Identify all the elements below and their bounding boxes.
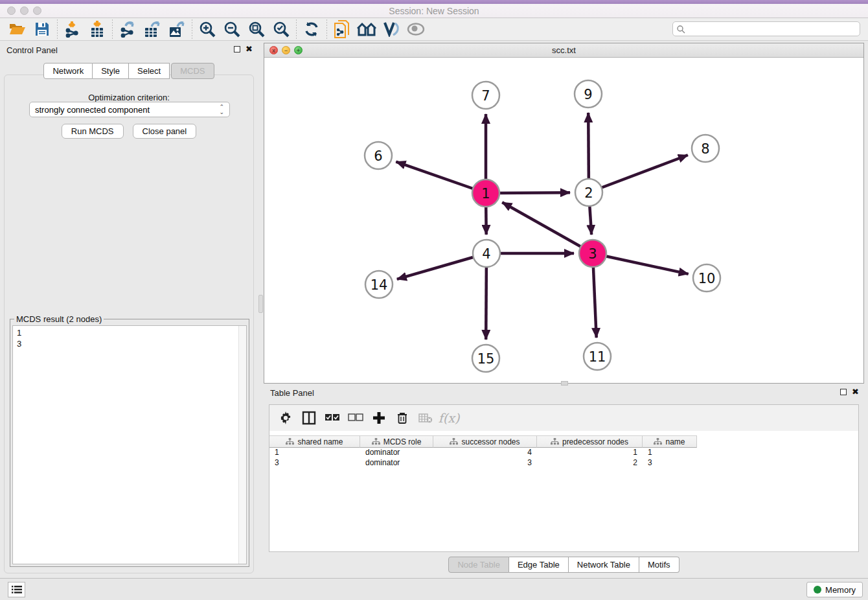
- tab-edge-table[interactable]: Edge Table: [509, 557, 569, 573]
- control-panel-title: Control Panel: [6, 45, 58, 55]
- run-mcds-button[interactable]: Run MCDS: [62, 124, 124, 139]
- eye-icon[interactable]: [404, 19, 428, 40]
- add-column-icon[interactable]: [369, 408, 389, 428]
- tab-node-table[interactable]: Node Table: [448, 557, 509, 573]
- float-panel-icon[interactable]: [234, 46, 240, 52]
- refresh-layout-icon[interactable]: [299, 19, 324, 40]
- node-label-1: 1: [481, 186, 490, 202]
- node-table[interactable]: shared nameMCDS rolesuccessor nodesprede…: [269, 435, 858, 468]
- optimization-criterion-select[interactable]: strongly connected component ⌃⌄: [29, 102, 230, 117]
- tab-network-table[interactable]: Network Table: [569, 557, 639, 573]
- tab-motifs[interactable]: Motifs: [639, 557, 680, 573]
- node-label-2: 2: [584, 185, 593, 201]
- cell-name[interactable]: 3: [643, 458, 697, 468]
- export-table-icon[interactable]: [140, 19, 165, 40]
- search-icon: [676, 25, 685, 34]
- column-visibility-icon[interactable]: [299, 408, 319, 428]
- export-network-icon[interactable]: [115, 19, 140, 40]
- network-file-icon[interactable]: [330, 19, 354, 40]
- node-label-15: 15: [477, 351, 495, 367]
- float-table-panel-icon[interactable]: [840, 389, 847, 395]
- import-table-icon[interactable]: [85, 19, 109, 40]
- column-header-predecessor-nodes[interactable]: predecessor nodes: [537, 435, 643, 448]
- network-graph-canvas[interactable]: 7968124314101511: [264, 58, 863, 383]
- mcds-panel: Optimization criterion: strongly connect…: [4, 75, 254, 573]
- vizmapper-icon[interactable]: [379, 19, 404, 40]
- delete-icon[interactable]: [393, 408, 412, 428]
- deselect-all-icon[interactable]: [346, 408, 365, 428]
- table-panel-tabs: Node TableEdge TableNetwork TableMotifs: [264, 557, 864, 573]
- cell-name[interactable]: 1: [643, 448, 697, 458]
- search-field[interactable]: [672, 21, 860, 36]
- node-label-10: 10: [698, 271, 716, 286]
- panel-splitter-handle[interactable]: [258, 295, 263, 313]
- optimization-criterion-label: Optimization criterion:: [5, 93, 253, 102]
- node-label-9: 9: [584, 87, 592, 102]
- column-header-shared-name[interactable]: shared name: [269, 435, 360, 448]
- function-builder-icon[interactable]: f(x): [439, 408, 459, 428]
- mcds-result-groupbox: MCDS result (2 nodes) 1 3: [10, 319, 249, 567]
- memory-label: Memory: [825, 585, 856, 595]
- cell-MCDS-role[interactable]: dominator: [360, 448, 433, 458]
- table-toolbar: f(x): [269, 405, 858, 431]
- edge-2-8[interactable]: [589, 155, 688, 192]
- network-window-titlebar[interactable]: x − + scc.txt: [264, 43, 863, 58]
- task-history-button[interactable]: [8, 582, 25, 597]
- control-panel: Control Panel ✖ NetworkStyleSelectMCDS O…: [0, 43, 258, 575]
- list-icon: [12, 585, 22, 594]
- cell-shared-name[interactable]: 3: [269, 458, 360, 468]
- zoom-out-icon[interactable]: [220, 19, 244, 40]
- node-label-7: 7: [481, 88, 490, 104]
- cell-predecessor-nodes[interactable]: 1: [537, 448, 643, 458]
- zoom-selected-icon[interactable]: [269, 19, 293, 40]
- tab-network[interactable]: Network: [43, 63, 93, 79]
- import-network-icon[interactable]: [60, 19, 85, 40]
- attribute-type-icon: [372, 438, 380, 445]
- edge-3-10[interactable]: [593, 253, 689, 274]
- mcds-result-title: MCDS result (2 nodes): [14, 314, 104, 324]
- home-icon[interactable]: [354, 19, 379, 40]
- table-panel-title: Table Panel: [270, 388, 314, 398]
- attribute-type-icon: [286, 438, 294, 445]
- close-panel-icon[interactable]: ✖: [246, 46, 253, 52]
- network-view-window: x − + scc.txt 7968124314101511: [264, 43, 864, 384]
- result-scrollbar[interactable]: [238, 326, 246, 564]
- column-header-successor-nodes[interactable]: successor nodes: [433, 435, 537, 448]
- tab-mcds[interactable]: MCDS: [171, 63, 214, 79]
- node-label-6: 6: [374, 148, 382, 164]
- close-panel-button[interactable]: Close panel: [133, 124, 197, 139]
- attribute-type-icon: [654, 438, 662, 445]
- mcds-result-list[interactable]: 1 3: [12, 325, 247, 564]
- column-header-name[interactable]: name: [643, 435, 697, 448]
- window-title: Session: New Session: [0, 6, 868, 16]
- close-table-panel-icon[interactable]: ✖: [852, 389, 859, 395]
- gear-icon[interactable]: [276, 408, 295, 428]
- node-label-14: 14: [371, 277, 388, 293]
- cell-shared-name[interactable]: 1: [269, 448, 360, 458]
- cell-predecessor-nodes[interactable]: 2: [537, 458, 643, 468]
- cell-successor-nodes[interactable]: 4: [433, 448, 537, 458]
- tab-select[interactable]: Select: [129, 63, 170, 79]
- cell-MCDS-role[interactable]: dominator: [360, 458, 433, 468]
- column-header-MCDS-role[interactable]: MCDS role: [360, 435, 433, 448]
- tab-style[interactable]: Style: [93, 63, 129, 79]
- attribute-type-icon: [551, 438, 559, 445]
- table-row[interactable]: 3dominator323: [269, 458, 858, 468]
- open-folder-icon[interactable]: [5, 19, 30, 40]
- save-icon[interactable]: [30, 19, 54, 40]
- delete-table-icon[interactable]: [416, 408, 435, 428]
- edge-3-1[interactable]: [502, 202, 593, 253]
- search-input[interactable]: [685, 25, 860, 34]
- control-panel-tabs: NetworkStyleSelectMCDS: [0, 63, 258, 79]
- export-image-icon[interactable]: [165, 19, 189, 40]
- memory-button[interactable]: Memory: [806, 582, 863, 597]
- node-label-8: 8: [701, 141, 709, 157]
- network-resize-grip[interactable]: [561, 381, 568, 386]
- chevron-updown-icon: ⌃⌄: [219, 104, 224, 115]
- cell-successor-nodes[interactable]: 3: [433, 458, 537, 468]
- table-row[interactable]: 1dominator411: [269, 448, 858, 458]
- zoom-fit-icon[interactable]: [244, 19, 269, 40]
- select-all-icon[interactable]: [323, 408, 342, 428]
- node-label-11: 11: [589, 349, 606, 365]
- zoom-in-icon[interactable]: [195, 19, 220, 40]
